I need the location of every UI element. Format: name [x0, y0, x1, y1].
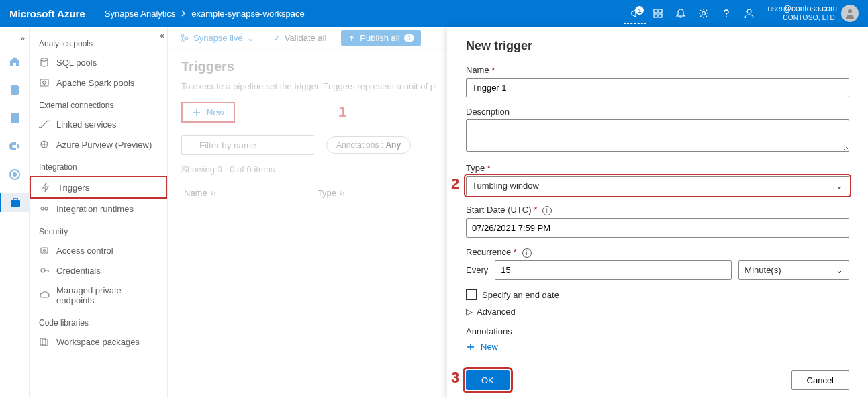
user-org: CONTOSO, LTD.	[767, 14, 837, 22]
hub-item-triggers[interactable]: Triggers	[30, 176, 167, 199]
add-annotation-button[interactable]: New	[466, 339, 849, 354]
rail-manage-icon[interactable]	[0, 193, 30, 212]
account-info[interactable]: user@contoso.com CONTOSO, LTD.	[767, 5, 837, 21]
runtimes-icon	[39, 203, 50, 214]
info-icon[interactable]: i	[522, 248, 532, 258]
svg-point-24	[185, 37, 188, 40]
hub-item-workspace-packages[interactable]: Workspace packages	[30, 332, 167, 352]
breadcrumb-service[interactable]: Synapse Analytics	[105, 9, 176, 19]
hub-item-integration-runtimes[interactable]: Integration runtimes	[30, 199, 167, 219]
validate-all-button[interactable]: ✓ Validate all	[269, 30, 331, 46]
mode-selector[interactable]: Synapse live ⌄	[176, 30, 258, 46]
end-date-label: Specify an end date	[482, 290, 559, 300]
name-input[interactable]	[466, 78, 849, 97]
hub-item-label: SQL pools	[56, 58, 97, 68]
hub-item-credentials[interactable]: Credentials	[30, 260, 167, 281]
hub-item-access-control[interactable]: Access control	[30, 240, 167, 260]
hub-item-label: Triggers	[58, 183, 89, 193]
endpoints-icon	[39, 290, 50, 301]
validate-label: Validate all	[285, 33, 327, 43]
cancel-button[interactable]: Cancel	[791, 370, 849, 390]
every-label: Every	[466, 265, 488, 275]
filter-input[interactable]	[181, 135, 314, 155]
type-label: Type *	[466, 163, 849, 173]
help-icon[interactable]	[715, 0, 738, 27]
annotations-section-label: Annotations	[466, 326, 849, 336]
check-icon: ✓	[273, 33, 281, 43]
chevron-right-icon: ▷	[466, 307, 473, 317]
hub-collapse-icon[interactable]: «	[160, 31, 164, 40]
svg-rect-11	[11, 200, 20, 207]
publish-all-button[interactable]: Publish all 1	[341, 30, 421, 46]
rail-expand-icon[interactable]: »	[20, 34, 25, 43]
announcements-icon[interactable]: 1	[624, 3, 646, 24]
new-trigger-button[interactable]: New	[181, 102, 235, 123]
info-icon[interactable]: i	[542, 206, 552, 215]
field-start-date: Start Date (UTC) * i	[466, 205, 849, 238]
svg-point-19	[41, 268, 45, 272]
publish-count: 1	[404, 34, 415, 42]
svg-point-5	[747, 9, 751, 13]
type-select[interactable]: Tumbling window ⌄	[466, 176, 849, 195]
chevron-down-icon: ⌄	[247, 33, 254, 43]
hub-item-label: Linked services	[56, 119, 117, 130]
packages-icon	[39, 336, 50, 347]
rail-develop-icon[interactable]	[5, 109, 24, 128]
start-date-input[interactable]	[466, 218, 849, 238]
svg-point-18	[44, 250, 46, 252]
chevron-right-icon	[181, 10, 186, 17]
svg-rect-2	[654, 14, 657, 17]
type-value: Tumbling window	[472, 181, 539, 191]
hub-group-integration: Integration	[30, 154, 167, 176]
brand: Microsoft Azure	[9, 8, 85, 19]
top-bar: Microsoft Azure Synapse Analytics exampl…	[0, 0, 868, 27]
advanced-toggle[interactable]: ▷ Advanced	[466, 307, 849, 317]
hub-item-linked-services[interactable]: Linked services	[30, 114, 167, 134]
hub-item-private-endpoints[interactable]: Managed private endpoints	[30, 281, 167, 310]
rail-monitor-icon[interactable]	[5, 165, 24, 184]
checkbox-icon[interactable]	[466, 289, 477, 300]
feedback-icon[interactable]	[646, 0, 669, 27]
branch-icon	[180, 34, 189, 43]
col-type[interactable]: Type	[318, 188, 346, 198]
panel-footer: 3 OK Cancel	[466, 370, 849, 390]
ok-button[interactable]: OK	[466, 370, 510, 390]
description-input[interactable]	[466, 119, 849, 152]
rail-home-icon[interactable]	[5, 52, 24, 71]
hub-item-label: Azure Purview (Preview)	[56, 140, 152, 150]
annotations-filter[interactable]: Annotations : Any	[326, 136, 411, 154]
credentials-icon	[39, 265, 50, 276]
rail-data-icon[interactable]	[5, 81, 24, 99]
svg-point-16	[45, 207, 48, 210]
svg-rect-0	[654, 9, 657, 13]
unit-select[interactable]: Minute(s) ⌄	[738, 260, 849, 280]
callout-3: 3	[451, 369, 459, 387]
notification-badge: 1	[635, 6, 644, 15]
end-date-checkbox-row[interactable]: Specify an end date	[466, 289, 849, 300]
hub-item-purview[interactable]: Azure Purview (Preview)	[30, 134, 167, 154]
field-description: Description	[466, 107, 849, 154]
every-input[interactable]	[495, 260, 732, 280]
new-label: New	[207, 107, 224, 117]
breadcrumb-workspace[interactable]: example-synapse-workspace	[191, 9, 304, 19]
notifications-icon[interactable]	[669, 0, 692, 27]
plus-icon	[466, 342, 475, 352]
new-trigger-panel: New trigger Name * Description Type * 2 …	[447, 27, 868, 398]
sort-icon	[339, 190, 346, 197]
rail-integrate-icon[interactable]	[5, 137, 24, 156]
avatar[interactable]	[841, 5, 859, 22]
account-icon[interactable]	[738, 0, 761, 27]
settings-icon[interactable]	[692, 0, 715, 27]
svg-point-23	[181, 40, 184, 42]
svg-rect-1	[659, 9, 662, 13]
hub-item-spark-pools[interactable]: Apache Spark pools	[30, 72, 167, 93]
sql-pools-icon	[39, 57, 50, 68]
hub-menu: « Analytics pools SQL pools Apache Spark…	[30, 27, 168, 398]
hub-item-label: Workspace packages	[56, 337, 140, 347]
start-date-label: Start Date (UTC) * i	[466, 205, 849, 215]
hub-item-sql-pools[interactable]: SQL pools	[30, 52, 167, 72]
purview-icon	[39, 139, 50, 150]
col-name[interactable]: Name	[184, 188, 217, 198]
user-email: user@contoso.com	[767, 5, 837, 14]
advanced-label: Advanced	[477, 307, 516, 317]
